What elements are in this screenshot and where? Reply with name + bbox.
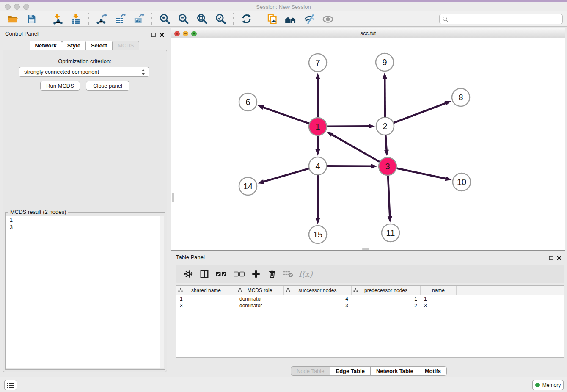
- tab-motifs[interactable]: Motifs: [419, 366, 447, 376]
- network-maximize-icon[interactable]: [191, 30, 197, 36]
- edge-1-2[interactable]: [327, 126, 370, 127]
- edge-2-8[interactable]: [394, 103, 447, 123]
- node-table: shared nameMCDS rolesuccessor nodesprede…: [176, 285, 564, 358]
- show-graphics-details-icon[interactable]: [322, 13, 334, 25]
- show-all-networks-icon[interactable]: [285, 13, 297, 25]
- zoom-in-icon[interactable]: [159, 13, 171, 25]
- run-mcds-button[interactable]: Run MCDS: [40, 81, 80, 91]
- canvas-horizontal-scrollbar[interactable]: [362, 248, 369, 250]
- copy-network-icon[interactable]: [266, 13, 278, 25]
- optimization-criterion-label: Optimization criterion:: [0, 58, 169, 64]
- table-row[interactable]: 1dominator411: [176, 295, 564, 302]
- open-session-icon[interactable]: [7, 13, 19, 25]
- network-view-window: scc.txt 1234678910111415: [171, 28, 565, 251]
- network-window-titlebar[interactable]: scc.txt: [171, 28, 565, 39]
- control-panel-float-icon[interactable]: [151, 31, 156, 39]
- column-header-predecessor-nodes[interactable]: predecessor nodes: [352, 286, 421, 295]
- save-session-icon[interactable]: [25, 13, 37, 25]
- cell-MCDS-role[interactable]: dominator: [236, 296, 284, 302]
- cell-shared-name[interactable]: 1: [176, 296, 236, 302]
- zoom-out-icon[interactable]: [177, 13, 189, 25]
- table-panel-close-icon[interactable]: [557, 254, 561, 262]
- edge-2-9[interactable]: [385, 77, 385, 117]
- task-history-button[interactable]: [4, 380, 17, 390]
- edge-arrow-2-8: [445, 101, 451, 105]
- mcds-result-area[interactable]: 13: [6, 216, 164, 368]
- network-minimize-icon[interactable]: [183, 30, 188, 36]
- cell-name[interactable]: 3: [421, 303, 457, 309]
- control-panel-close-icon[interactable]: [160, 31, 164, 39]
- edge-arrow-3-11: [388, 216, 392, 223]
- import-network-icon[interactable]: [51, 13, 63, 25]
- edge-2-3[interactable]: [385, 135, 386, 151]
- import-table-icon[interactable]: [70, 13, 82, 25]
- column-header-name[interactable]: name: [421, 286, 457, 295]
- tab-style[interactable]: Style: [62, 41, 86, 50]
- cell-MCDS-role[interactable]: dominator: [236, 303, 284, 309]
- column-header-MCDS-role[interactable]: MCDS role: [236, 286, 284, 295]
- delete-table-icon[interactable]: [283, 268, 294, 280]
- export-image-icon[interactable]: [133, 13, 145, 25]
- edge-4-3[interactable]: [327, 166, 372, 166]
- tab-network-table[interactable]: Network Table: [370, 366, 419, 376]
- graph-svg: 1234678910111415: [171, 38, 565, 250]
- edge-3-11[interactable]: [388, 176, 390, 218]
- cell-predecessor-nodes[interactable]: 2: [352, 303, 421, 309]
- graph-node-label-9: 9: [382, 58, 387, 67]
- cell-predecessor-nodes[interactable]: 1: [352, 296, 421, 302]
- horizontal-splitter[interactable]: [171, 251, 567, 252]
- edge-3-1[interactable]: [331, 134, 380, 162]
- column-header-shared-name[interactable]: shared name: [176, 286, 236, 295]
- network-canvas[interactable]: 1234678910111415: [171, 38, 565, 250]
- cell-shared-name[interactable]: 3: [176, 303, 236, 309]
- tab-node-table[interactable]: Node Table: [291, 366, 330, 376]
- column-header-label: successor nodes: [298, 287, 336, 293]
- hide-graphics-details-icon[interactable]: [303, 13, 315, 25]
- cell-name[interactable]: 1: [421, 296, 457, 302]
- network-close-icon[interactable]: [174, 30, 180, 36]
- table-panel-float-icon[interactable]: [549, 254, 553, 262]
- close-panel-button[interactable]: Close panel: [86, 81, 129, 91]
- mcds-result-box: MCDS result (2 nodes) 13: [5, 212, 165, 370]
- edge-arrow-1-2: [369, 124, 375, 129]
- search-box: [439, 14, 563, 24]
- hierarchy-icon: [353, 288, 358, 294]
- search-input[interactable]: [439, 14, 563, 24]
- canvas-vertical-scrollbar[interactable]: [172, 193, 174, 202]
- tab-mcds[interactable]: MCDS: [112, 41, 139, 50]
- toolbar-separator: [88, 13, 89, 25]
- table-panel-title: Table Panel: [176, 254, 205, 260]
- control-panel-tabs: NetworkStyleSelectMCDS: [0, 41, 169, 50]
- criterion-dropdown[interactable]: strongly connected component: [19, 67, 149, 77]
- export-table-icon[interactable]: [114, 13, 126, 25]
- edge-4-14[interactable]: [263, 168, 309, 182]
- zoom-selected-icon[interactable]: [215, 13, 226, 25]
- delete-column-icon[interactable]: [267, 268, 278, 280]
- column-header-label: predecessor nodes: [364, 287, 407, 293]
- table-row[interactable]: 3dominator323: [176, 302, 564, 309]
- memory-button[interactable]: Memory: [532, 380, 564, 390]
- result-scrollbar[interactable]: [160, 216, 164, 368]
- toolbar-separator: [259, 13, 259, 25]
- cell-successor-nodes[interactable]: 3: [284, 303, 352, 309]
- deselect-all-rows-icon[interactable]: [233, 268, 245, 280]
- table-options-icon[interactable]: [183, 268, 194, 280]
- edge-1-6[interactable]: [262, 107, 309, 124]
- show-column-icon[interactable]: [199, 268, 210, 280]
- edge-3-10[interactable]: [397, 168, 447, 179]
- function-builder-icon[interactable]: f(x): [299, 269, 313, 279]
- folder-back: [8, 16, 17, 18]
- tab-select[interactable]: Select: [85, 41, 113, 50]
- tab-edge-table[interactable]: Edge Table: [330, 366, 370, 376]
- control-panel-title: Control Panel: [5, 30, 39, 37]
- zoom-fit-icon[interactable]: [196, 13, 208, 25]
- apply-layout-icon[interactable]: [240, 13, 252, 25]
- column-header-successor-nodes[interactable]: successor nodes: [284, 286, 352, 295]
- select-all-rows-icon[interactable]: [215, 268, 228, 280]
- cell-successor-nodes[interactable]: 4: [284, 296, 352, 302]
- result-lines: 13: [6, 216, 164, 231]
- edge-arrow-3-1: [327, 132, 333, 137]
- export-network-icon[interactable]: [96, 13, 107, 25]
- tab-network[interactable]: Network: [30, 41, 62, 50]
- add-column-icon[interactable]: [250, 268, 261, 280]
